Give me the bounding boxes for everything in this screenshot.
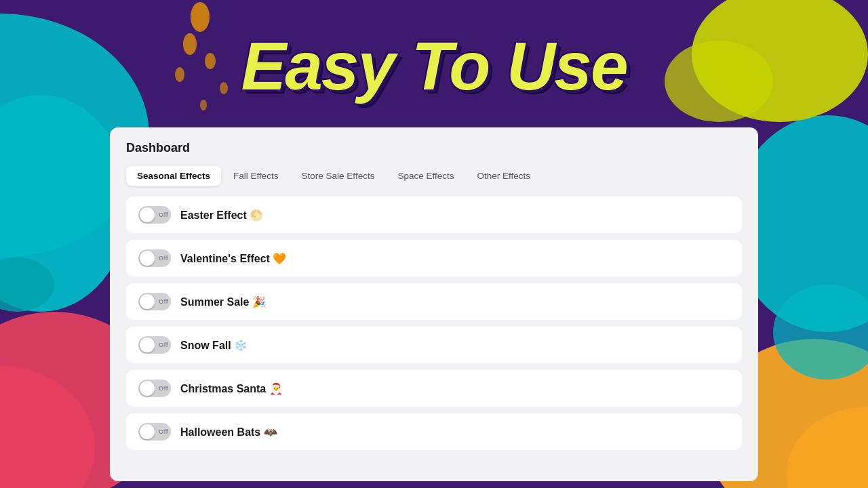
effect-label-easter: Easter Effect 🌕	[180, 209, 263, 222]
effect-row-valentine: Off Valentine's Effect 🧡	[126, 240, 742, 277]
toggle-summer-sale[interactable]: Off	[138, 293, 171, 310]
hero-title: Easy To Use	[241, 27, 627, 105]
tab-other-effects[interactable]: Other Effects	[466, 166, 541, 186]
toggle-easter[interactable]: Off	[138, 206, 171, 224]
effect-label-snow-fall: Snow Fall ❄️	[180, 339, 248, 352]
tabs-bar: Seasonal Effects Fall Effects Store Sale…	[126, 166, 742, 186]
effect-label-christmas-santa: Christmas Santa 🎅	[180, 382, 283, 395]
tab-fall-effects[interactable]: Fall Effects	[222, 166, 290, 186]
dashboard-title: Dashboard	[126, 141, 742, 155]
toggle-snow-fall[interactable]: Off	[138, 336, 171, 354]
effect-label-halloween-bats: Halloween Bats 🦇	[180, 426, 277, 439]
tab-seasonal-effects[interactable]: Seasonal Effects	[126, 166, 221, 186]
effect-row-easter: Off Easter Effect 🌕	[126, 197, 742, 233]
effect-row-halloween-bats: Off Halloween Bats 🦇	[126, 413, 742, 450]
effect-label-valentine: Valentine's Effect 🧡	[180, 252, 286, 265]
dashboard-card: Dashboard Seasonal Effects Fall Effects …	[110, 127, 758, 481]
toggle-christmas-santa[interactable]: Off	[138, 380, 171, 397]
toggle-valentine[interactable]: Off	[138, 249, 171, 267]
effect-row-summer-sale: Off Summer Sale 🎉	[126, 283, 742, 320]
tab-store-sale-effects[interactable]: Store Sale Effects	[291, 166, 386, 186]
hero-section: Easy To Use	[0, 0, 868, 132]
effect-row-christmas-santa: Off Christmas Santa 🎅	[126, 370, 742, 407]
tab-space-effects[interactable]: Space Effects	[387, 166, 465, 186]
effect-label-summer-sale: Summer Sale 🎉	[180, 296, 266, 308]
effects-list: Off Easter Effect 🌕 Off Valentine's Effe…	[126, 197, 742, 450]
toggle-halloween-bats[interactable]: Off	[138, 423, 171, 441]
effect-row-snow-fall: Off Snow Fall ❄️	[126, 327, 742, 363]
